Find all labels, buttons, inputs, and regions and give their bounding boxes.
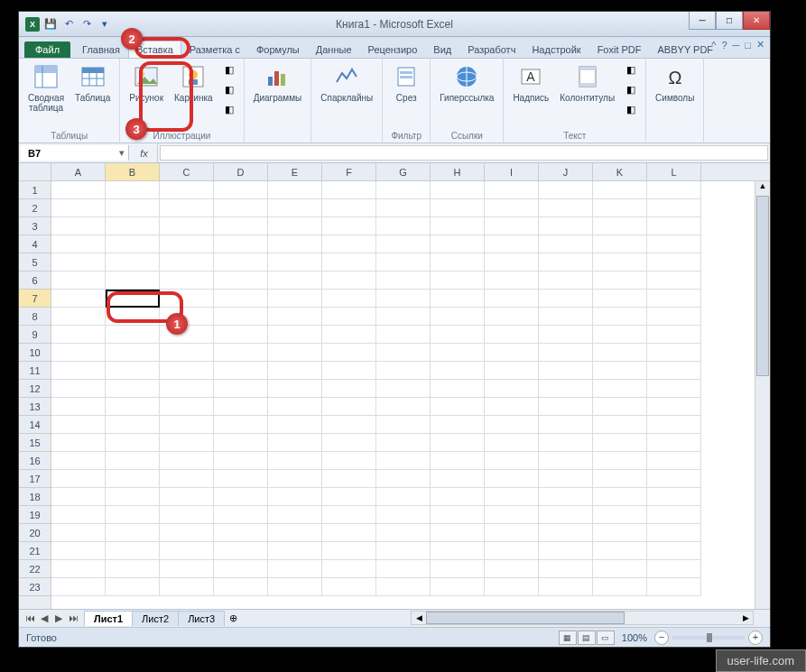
tab-вид[interactable]: Вид <box>425 41 459 58</box>
select-all-corner[interactable] <box>19 163 51 180</box>
save-icon[interactable]: 💾 <box>42 16 59 32</box>
col-header-K[interactable]: K <box>593 163 647 180</box>
formula-input[interactable] <box>160 145 768 161</box>
zoom-slider[interactable] <box>672 636 745 640</box>
row-header-14[interactable]: 14 <box>19 416 51 434</box>
tab-file[interactable]: Файл <box>24 41 70 58</box>
col-header-L[interactable]: L <box>647 163 701 180</box>
row-header-17[interactable]: 17 <box>19 470 51 488</box>
row-header-22[interactable]: 22 <box>19 560 51 578</box>
picture-button[interactable]: Рисунок <box>125 60 167 105</box>
sigline-icon[interactable]: ◧ <box>622 80 640 98</box>
col-header-I[interactable]: I <box>485 163 539 180</box>
col-header-D[interactable]: D <box>214 163 268 180</box>
clipart-button[interactable]: Картинка <box>171 60 217 105</box>
row-header-13[interactable]: 13 <box>19 398 51 416</box>
horizontal-scrollbar[interactable]: ◀ ▶ <box>411 611 754 625</box>
tab-abbyy pdf[interactable]: ABBYY PDF <box>650 41 722 58</box>
col-header-A[interactable]: A <box>51 163 106 180</box>
shapes-icon[interactable]: ◧ <box>220 60 238 78</box>
row-header-2[interactable]: 2 <box>19 199 51 217</box>
fx-icon[interactable]: fx <box>131 143 158 162</box>
sheet-tab-Лист3[interactable]: Лист3 <box>178 611 225 626</box>
charts-button[interactable]: Диаграммы <box>250 60 306 105</box>
object-icon[interactable]: ◧ <box>622 100 640 118</box>
sheet-first-icon[interactable]: ⏮ <box>23 612 37 624</box>
row-header-16[interactable]: 16 <box>19 452 51 470</box>
row-header-23[interactable]: 23 <box>19 578 51 596</box>
mdi-min-icon[interactable]: ─ <box>733 40 740 51</box>
row-header-3[interactable]: 3 <box>19 217 51 235</box>
row-header-1[interactable]: 1 <box>19 181 51 199</box>
tab-вставка[interactable]: Вставка <box>128 41 181 58</box>
col-header-C[interactable]: C <box>160 163 214 180</box>
row-header-10[interactable]: 10 <box>19 344 51 362</box>
row-header-8[interactable]: 8 <box>19 308 51 326</box>
zoom-out-button[interactable]: − <box>654 631 669 645</box>
view-pagelayout-icon[interactable]: ▤ <box>578 631 596 645</box>
mdi-restore-icon[interactable]: □ <box>745 40 751 51</box>
scroll-up-icon[interactable]: ▲ <box>755 181 770 196</box>
view-pagebreak-icon[interactable]: ▭ <box>597 631 615 645</box>
sheet-tab-Лист1[interactable]: Лист1 <box>84 611 133 626</box>
qat-more-icon[interactable]: ▾ <box>97 16 113 32</box>
tab-разработч[interactable]: Разработч <box>459 41 523 58</box>
help-icon[interactable]: ? <box>721 40 727 51</box>
row-header-11[interactable]: 11 <box>19 362 51 380</box>
close-button[interactable]: ✕ <box>743 12 770 30</box>
wordart-icon[interactable]: ◧ <box>622 60 640 78</box>
row-header-15[interactable]: 15 <box>19 434 51 452</box>
row-header-19[interactable]: 19 <box>19 506 51 524</box>
tab-рецензиро[interactable]: Рецензиро <box>360 41 426 58</box>
name-box-dropdown-icon[interactable]: ▾ <box>116 147 128 159</box>
vscroll-thumb[interactable] <box>756 196 769 376</box>
maximize-button[interactable]: □ <box>716 12 743 30</box>
zoom-percent[interactable]: 100% <box>622 632 647 643</box>
zoom-in-button[interactable]: + <box>748 631 763 645</box>
name-box[interactable]: B7 ▾ <box>21 145 129 161</box>
col-header-B[interactable]: B <box>106 163 160 180</box>
tab-надстройк[interactable]: Надстройк <box>523 41 588 58</box>
headerfooter-button[interactable]: Колонтитулы <box>556 60 618 105</box>
vertical-scrollbar[interactable]: ▲ <box>755 181 770 609</box>
row-header-4[interactable]: 4 <box>19 235 51 253</box>
cells-area[interactable]: ▲ <box>51 181 770 609</box>
tab-данные[interactable]: Данные <box>308 41 360 58</box>
row-header-9[interactable]: 9 <box>19 326 51 344</box>
hyperlink-button[interactable]: Гиперссылка <box>436 60 497 105</box>
row-header-18[interactable]: 18 <box>19 488 51 506</box>
row-header-12[interactable]: 12 <box>19 380 51 398</box>
tab-разметка с[interactable]: Разметка с <box>181 41 248 58</box>
row-header-5[interactable]: 5 <box>19 253 51 272</box>
table-button[interactable]: Таблица <box>71 60 114 105</box>
ribbon-minimize-icon[interactable]: ^ <box>711 40 716 51</box>
col-header-E[interactable]: E <box>268 163 322 180</box>
tab-главная[interactable]: Главная <box>74 41 128 58</box>
sparklines-button[interactable]: Спарклайны <box>317 60 376 105</box>
col-header-J[interactable]: J <box>539 163 593 180</box>
slicer-button[interactable]: Срез <box>388 60 424 105</box>
textbox-button[interactable]: AНадпись <box>509 60 552 105</box>
smartart-icon[interactable]: ◧ <box>220 80 238 98</box>
sheet-next-icon[interactable]: ▶ <box>51 612 66 624</box>
sheet-prev-icon[interactable]: ◀ <box>37 612 51 624</box>
sheet-tab-Лист2[interactable]: Лист2 <box>132 611 179 626</box>
scroll-left-icon[interactable]: ◀ <box>412 612 426 624</box>
tab-foxit pdf[interactable]: Foxit PDF <box>589 41 650 58</box>
minimize-button[interactable]: ─ <box>689 12 716 30</box>
view-normal-icon[interactable]: ▦ <box>559 631 577 645</box>
col-header-F[interactable]: F <box>322 163 376 180</box>
new-sheet-icon[interactable]: ⊕ <box>224 612 243 624</box>
row-header-21[interactable]: 21 <box>19 542 51 560</box>
col-header-G[interactable]: G <box>376 163 431 180</box>
tab-формулы[interactable]: Формулы <box>248 41 308 58</box>
row-header-7[interactable]: 7 <box>19 290 51 308</box>
row-header-20[interactable]: 20 <box>19 524 51 542</box>
undo-icon[interactable]: ↶ <box>60 16 77 32</box>
mdi-close-icon[interactable]: ✕ <box>756 39 764 51</box>
redo-icon[interactable]: ↷ <box>79 16 95 32</box>
screenshot-icon[interactable]: ◧ <box>220 100 238 118</box>
symbols-button[interactable]: ΩСимволы <box>652 60 698 105</box>
scroll-right-icon[interactable]: ▶ <box>738 612 753 624</box>
hscroll-thumb[interactable] <box>426 612 625 624</box>
